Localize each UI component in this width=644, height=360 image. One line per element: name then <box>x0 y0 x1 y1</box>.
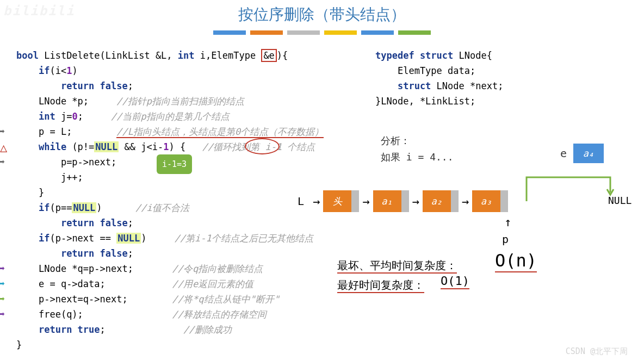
ll-p-label: p <box>502 233 509 246</box>
comment: //i值不合法 <box>135 202 189 213</box>
node-ptr <box>451 190 459 212</box>
stripe <box>398 30 431 35</box>
num: 0 <box>72 111 77 122</box>
node-ptr <box>500 190 508 212</box>
comment: //令q指向被删除结点 <box>172 263 263 274</box>
arrow-up-icon: ↑ <box>504 215 511 229</box>
kw-int: int <box>178 50 195 61</box>
code-text: i,ElemType <box>195 50 262 61</box>
best-label: 最好时间复杂度： <box>337 278 424 293</box>
kw-typedef: typedef struct <box>375 50 453 61</box>
node-ptr <box>401 190 409 212</box>
node-a3: a₃ <box>472 190 500 212</box>
stripe <box>213 30 246 35</box>
arrow-blue-icon: ➡ <box>0 276 5 291</box>
code-text: } <box>39 187 44 198</box>
e-value-box: e a₄ <box>560 144 604 163</box>
node-a2: a₂ <box>423 190 451 212</box>
code-text: ; <box>100 324 184 335</box>
arrow-gray-icon: ➡ <box>0 124 5 139</box>
code-text: LNode *next; <box>431 80 503 91</box>
analysis-value: 如果 i = 4... <box>381 149 454 165</box>
underline-comment: //L指向头结点，头结点是第0个结点（不存数据） <box>116 126 324 138</box>
code-text: (p->next == <box>49 233 116 244</box>
ll-null-label: NULL <box>608 195 631 206</box>
arrow-purple-icon: ➡ <box>0 261 5 276</box>
code-text: (p== <box>49 202 72 213</box>
code-text: free(q); <box>39 309 172 320</box>
complexity-on: O(n) <box>495 250 537 271</box>
kw-struct: struct <box>375 80 431 91</box>
code-text: ; <box>128 248 133 259</box>
comment: //将*q结点从链中"断开" <box>172 294 280 305</box>
worst-avg-label: 最坏、平均时间复杂度： <box>337 259 457 274</box>
code-text: j= <box>55 111 72 122</box>
stripe <box>287 30 320 35</box>
code-text: LNode *q=p->next; <box>39 263 172 274</box>
comment: //释放结点的存储空间 <box>172 309 267 320</box>
kw-while: while <box>39 141 66 152</box>
watermark-bottom-right: CSDN @北平下周 <box>566 346 628 357</box>
arrow-icon: → <box>313 195 320 208</box>
ll-node: a₁ <box>373 190 409 212</box>
code-text: e = q->data; <box>39 278 172 289</box>
code-text: LNode *p; <box>39 96 116 107</box>
null-hl: NULL <box>72 202 96 213</box>
num: 1 <box>163 141 169 152</box>
comment: //当前p指向的是第几个结点 <box>111 111 230 122</box>
highlight-amp-e: &e <box>261 49 276 62</box>
analysis-text: 分析： 如果 i = 4... <box>381 133 454 165</box>
e-label: e <box>560 147 567 160</box>
node-a1: a₁ <box>373 190 401 212</box>
arrow-icon: → <box>412 195 419 208</box>
kw-return: return false <box>61 80 128 91</box>
comment: //L指向头结点，头结点是第0个结点（不存数据） <box>116 126 324 138</box>
null-hl: NULL <box>116 233 141 244</box>
comment: //指针p指向当前扫描到的结点 <box>116 96 244 107</box>
code-text: ) <box>72 65 77 76</box>
page-title: 按位序删除（带头结点） <box>0 4 644 25</box>
ll-head-node: 头 <box>323 190 359 212</box>
node-head: 头 <box>323 190 351 212</box>
code-text: }LNode, *LinkList; <box>375 96 475 107</box>
kw-if: if <box>39 65 49 76</box>
comment: //用e返回元素的值 <box>172 278 254 289</box>
comment: //删除成功 <box>183 324 231 335</box>
kw-return: return true <box>39 324 100 335</box>
complexity-block: 最坏、平均时间复杂度： 最好时间复杂度： <box>337 256 457 295</box>
linked-list-diagram: L → 头 → a₁ → a₂ → a₃ <box>298 190 508 212</box>
title-stripes <box>0 30 644 35</box>
kw-bool: bool <box>16 50 39 61</box>
code-text: p->next=q->next; <box>39 294 172 305</box>
arrow-green-icon: ➡ <box>0 291 5 307</box>
analysis-label: 分析： <box>381 133 454 149</box>
num: 1 <box>66 65 72 76</box>
kw-return: return false <box>61 248 128 259</box>
arrow-icon: → <box>362 195 369 208</box>
kw-if: if <box>39 233 49 244</box>
code-text: ; <box>128 218 133 228</box>
kw-int: int <box>39 111 55 122</box>
watermark-top-left: bilibili <box>3 3 75 18</box>
badge-i-minus-1: i-1=3 <box>157 154 192 174</box>
arrow-purple-icon: ➡ <box>0 307 5 322</box>
code-text: ; <box>128 80 133 91</box>
stripe <box>250 30 283 35</box>
code-text: j++; <box>61 172 83 183</box>
triangle-red-icon: △ <box>0 140 7 156</box>
code-text: && j<i- <box>119 141 163 152</box>
code-block: bool ListDelete(LinkList &L, int i,ElemT… <box>16 48 324 352</box>
code-text: ; <box>78 111 111 122</box>
stripe <box>324 30 357 35</box>
comment: //第i-1个结点之后已无其他结点 <box>175 233 313 244</box>
arrow-icon: → <box>462 195 469 208</box>
code-text: ElemType data; <box>375 65 475 76</box>
typedef-block: typedef struct LNode{ ElemType data; str… <box>375 48 503 109</box>
comment: //循环找到第 i-1 个结点 <box>202 141 315 152</box>
null-hl: NULL <box>94 141 119 152</box>
complexity-o1: O(1) <box>441 274 469 288</box>
code-text: (p!= <box>66 141 94 152</box>
node-ptr <box>351 190 359 212</box>
ll-L-label: L <box>298 195 304 208</box>
code-text: LNode{ <box>453 50 492 61</box>
